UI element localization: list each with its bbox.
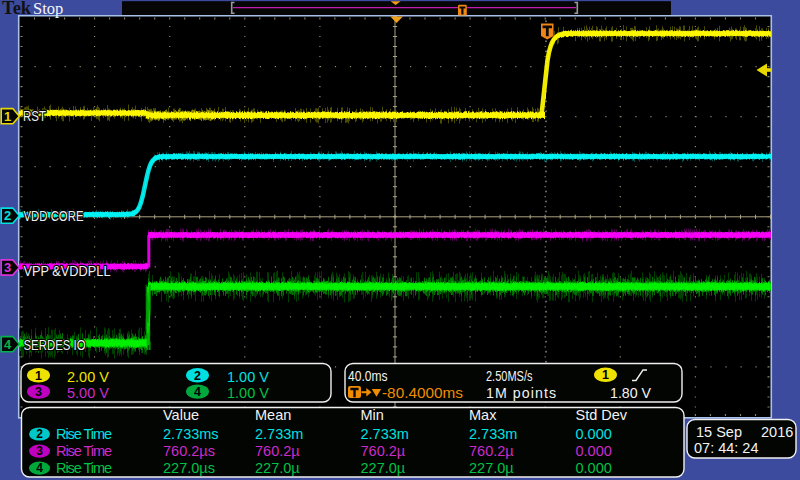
svg-text:1.00 V: 1.00 V	[227, 385, 269, 401]
svg-text:760.2µ: 760.2µ	[255, 443, 300, 459]
svg-text:Value: Value	[163, 407, 199, 423]
svg-text:760.2µs: 760.2µs	[163, 443, 215, 459]
svg-text:-80.4000ms: -80.4000ms	[382, 385, 463, 401]
svg-text:3: 3	[36, 444, 43, 458]
svg-text:2.50MS/s: 2.50MS/s	[486, 369, 533, 384]
svg-text:Mean: Mean	[255, 407, 291, 423]
svg-text:760.2µ: 760.2µ	[469, 443, 514, 459]
svg-text:2016: 2016	[761, 424, 793, 440]
svg-text:Stop: Stop	[33, 0, 63, 18]
svg-text:1M points: 1M points	[486, 385, 556, 401]
svg-text:Max: Max	[469, 407, 497, 423]
svg-text:227.0µ: 227.0µ	[255, 460, 300, 476]
svg-text:2.733m: 2.733m	[255, 426, 303, 442]
svg-text:RST: RST	[23, 107, 46, 124]
svg-text:Min: Min	[361, 407, 384, 423]
svg-text:SERDES IO: SERDES IO	[24, 336, 86, 353]
svg-text:40.0ms: 40.0ms	[348, 369, 388, 384]
svg-text:07: 44: 24: 07: 44: 24	[694, 440, 759, 456]
svg-text:0.000: 0.000	[576, 460, 612, 476]
svg-text:2: 2	[4, 208, 11, 223]
svg-text:Rise Time: Rise Time	[56, 426, 112, 442]
svg-text:760.2µ: 760.2µ	[361, 443, 406, 459]
svg-text:4: 4	[36, 461, 43, 475]
svg-text:1: 1	[4, 109, 11, 124]
svg-text:2.733m: 2.733m	[469, 426, 517, 442]
svg-text:0.000: 0.000	[576, 443, 612, 459]
svg-text:2.00 V: 2.00 V	[67, 369, 109, 385]
svg-text:1: 1	[35, 369, 42, 383]
svg-text:2: 2	[36, 427, 43, 441]
svg-text:2.733ms: 2.733ms	[163, 426, 219, 442]
svg-text:VDD CORE: VDD CORE	[24, 207, 84, 224]
svg-text:1.00 V: 1.00 V	[227, 369, 269, 385]
svg-text:227.0µs: 227.0µs	[163, 460, 215, 476]
svg-text:1.80 V: 1.80 V	[610, 385, 652, 401]
svg-text:2.733m: 2.733m	[361, 426, 409, 442]
svg-text:0.000: 0.000	[576, 426, 612, 442]
svg-text:227.0µ: 227.0µ	[469, 460, 514, 476]
svg-text:5.00 V: 5.00 V	[67, 385, 109, 401]
svg-text:4: 4	[194, 385, 201, 399]
svg-text:2: 2	[194, 369, 201, 383]
svg-text:4: 4	[4, 337, 12, 352]
svg-text:Std Dev: Std Dev	[576, 407, 628, 423]
svg-text:3: 3	[35, 385, 42, 399]
svg-text:227.0µ: 227.0µ	[361, 460, 406, 476]
svg-text:Tek: Tek	[2, 0, 32, 18]
svg-text:1: 1	[602, 368, 609, 382]
svg-text:VPP &VDDPLL: VPP &VDDPLL	[24, 262, 111, 279]
svg-text:Rise Time: Rise Time	[56, 443, 112, 459]
svg-text:3: 3	[4, 260, 11, 275]
svg-text:15 Sep: 15 Sep	[696, 424, 742, 440]
svg-text:Rise Time: Rise Time	[56, 460, 112, 476]
